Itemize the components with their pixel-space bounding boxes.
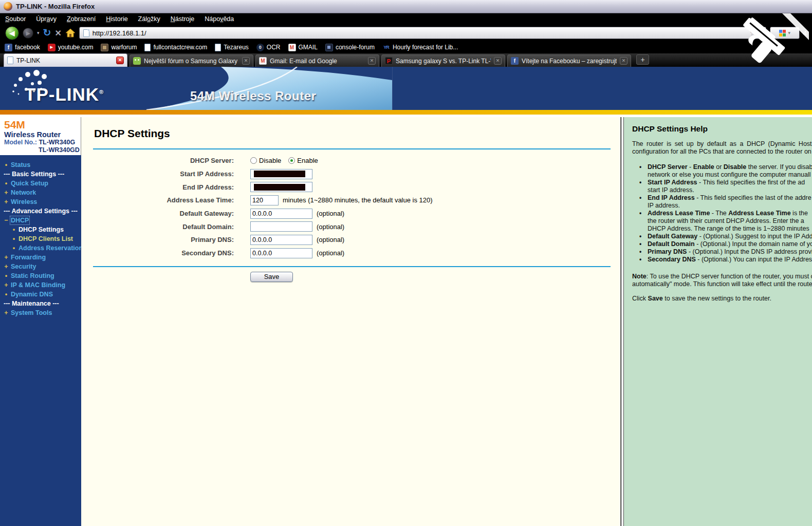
help-bullet-item: •Start IP Address - This field specifies… xyxy=(632,179,812,194)
bookmark-console-forum[interactable]: console-forum xyxy=(325,44,375,51)
reload-button[interactable]: ↻ xyxy=(43,28,51,38)
help-intro-line: configuration for all the PCs that are c… xyxy=(632,148,812,156)
back-button[interactable]: ◀ xyxy=(5,26,19,40)
sidebar-item-network[interactable]: +Network xyxy=(0,188,81,197)
end-ip-address-input[interactable] xyxy=(250,182,312,192)
tab-gmail-e-mail-od-google[interactable]: Gmail: E-mail od Google✕ xyxy=(255,54,379,67)
home-button[interactable] xyxy=(65,28,76,37)
save-button[interactable]: Save xyxy=(250,272,293,282)
menu-historie[interactable]: Historie xyxy=(106,15,127,23)
bookmark-tezareus[interactable]: Tezareus xyxy=(215,44,249,51)
form-control: 0.0.0.0(optional) xyxy=(250,235,344,245)
primary-dns-label: Primary DNS: xyxy=(81,236,234,243)
sidebar-item-marker-icon: + xyxy=(4,263,9,270)
history-dropdown-icon[interactable]: ▾ xyxy=(37,30,40,35)
sidebar-item-address-reservation[interactable]: •Address Reservation xyxy=(0,243,81,253)
close-tab-icon[interactable]: ✕ xyxy=(368,57,376,65)
sidebar-item-basic-settings: --- Basic Settings --- xyxy=(0,170,81,179)
sidebar-item-maintenance: --- Maintenance --- xyxy=(0,299,81,308)
new-tab-button[interactable]: + xyxy=(636,54,649,65)
facebook-icon xyxy=(5,44,12,51)
help-bullet-item: •Default Gateway - (Optional.) Suggest t… xyxy=(632,233,812,240)
help-panel: DHCP Settings Help The router is set up … xyxy=(623,117,812,526)
bookmark-youtube-com[interactable]: youtube.com xyxy=(48,44,94,51)
sidebar-item-dhcp[interactable]: −DHCP xyxy=(0,216,81,225)
help-bullet-list: •DHCP Server - Enable or Disable the ser… xyxy=(632,163,812,264)
menu-nastroje[interactable]: Nástroje xyxy=(171,15,195,23)
help-note-line: Note: To use the DHCP server function of… xyxy=(632,273,812,280)
disable-radio[interactable] xyxy=(250,157,257,164)
sidebar-item-ip-mac-binding[interactable]: +IP & MAC Binding xyxy=(0,280,81,290)
divider-top xyxy=(93,148,611,149)
bookmark-gmail[interactable]: GMAIL xyxy=(288,44,318,51)
sidebar-item-system-tools[interactable]: +System Tools xyxy=(0,308,81,317)
tab-samsung-galaxy-s-vs-tp-link-tl-wr34[interactable]: Samsung galaxy S vs. TP-Link TL-WR34...✕ xyxy=(381,54,505,67)
url-dropdown-icon[interactable]: ▾ xyxy=(760,30,762,35)
menu-soubor[interactable]: Soubor xyxy=(5,15,26,23)
banner-stripe xyxy=(0,110,812,115)
bookmark-label: Tezareus xyxy=(224,44,249,51)
enable-radio[interactable] xyxy=(288,157,295,164)
help-text: - (Optional.) Suggest to input the IP Ad… xyxy=(697,233,812,240)
stop-button[interactable]: ✕ xyxy=(54,28,61,38)
form-control: 0.0.0.0(optional) xyxy=(250,248,344,258)
bookmark-hourly-forecast-for-lib[interactable]: Hourly forecast for Lib... xyxy=(382,44,458,51)
default-gateway-input[interactable]: 0.0.0.0 xyxy=(250,209,312,219)
bookmark-facebook[interactable]: facebook xyxy=(5,44,40,51)
bookmark-fullcontactcrew-com[interactable]: fullcontactcrew.com xyxy=(144,44,207,51)
url-bar[interactable]: http://192.168.1.1/ ☆ ▾ xyxy=(79,27,766,39)
close-tab-icon[interactable]: ✕ xyxy=(494,57,502,65)
bullet-icon: • xyxy=(639,248,641,255)
sidebar-item-forwarding[interactable]: +Forwarding xyxy=(0,253,81,262)
bookmark-ocr[interactable]: OCR xyxy=(256,44,281,51)
close-tab-icon[interactable]: ✕ xyxy=(620,57,628,65)
bookmark-star-icon[interactable]: ☆ xyxy=(750,28,756,37)
menu-zalozky[interactable]: Záložky xyxy=(138,15,160,23)
model-number-2: TL-WR340GD xyxy=(39,146,80,154)
close-tab-icon[interactable]: ✕ xyxy=(242,57,250,65)
help-bullet-item: •DHCP Server - Enable or Disable the ser… xyxy=(632,163,812,179)
sidebar-item-label: Forwarding xyxy=(11,254,46,261)
help-term: Save xyxy=(648,295,663,302)
model-line-2: TL-WR340GD xyxy=(4,146,81,154)
search-engine-dropdown-icon[interactable]: ▾ xyxy=(788,30,791,35)
form-control: 0.0.0.0(optional) xyxy=(250,209,344,219)
start-ip-address-input[interactable] xyxy=(250,169,312,179)
help-note: Note: To use the DHCP server function of… xyxy=(632,273,812,288)
forward-button[interactable]: ▶ xyxy=(23,28,33,39)
close-tab-icon[interactable]: ✕ xyxy=(116,57,124,64)
address-lease-time-hint: minutes (1~2880 minutes, the default val… xyxy=(283,196,433,204)
help-bullet-line: DHCP Server - Enable or Disable the serv… xyxy=(648,163,812,171)
search-box[interactable]: ▾ xyxy=(770,27,800,39)
sidebar-item-dhcp-settings[interactable]: •DHCP Settings xyxy=(0,225,81,234)
window-titlebar[interactable]: TP-LINK - Mozilla Firefox xyxy=(0,0,812,13)
pet-icon xyxy=(385,57,393,65)
bookmark-warforum[interactable]: warforum xyxy=(101,44,137,51)
gmail-icon xyxy=(288,44,296,51)
sidebar-item-label: Network xyxy=(11,189,36,196)
menu-napoveda[interactable]: Nápověda xyxy=(205,15,234,23)
help-term: Disable xyxy=(724,163,746,171)
secondary-dns-input[interactable]: 0.0.0.0 xyxy=(250,248,312,258)
sidebar-item-security[interactable]: +Security xyxy=(0,262,81,271)
sidebar-item-status[interactable]: •Status xyxy=(0,160,81,170)
tab-nejv-t-f-rum-o-samsung-galaxy-s-a-s[interactable]: Největší fórum o Samsung Galaxy S a S...… xyxy=(130,54,253,67)
sidebar-item-quick-setup[interactable]: •Quick Setup xyxy=(0,179,81,188)
sidebar-item-label: --- Basic Settings --- xyxy=(4,171,64,178)
sidebar-item-dhcp-clients-list[interactable]: •DHCP Clients List xyxy=(0,234,81,243)
sidebar-item-wireless[interactable]: +Wireless xyxy=(0,197,81,206)
menu-upravy[interactable]: Úpravy xyxy=(36,15,57,23)
help-term: Start IP Address xyxy=(648,179,697,186)
url-text[interactable]: http://192.168.1.1/ xyxy=(93,29,747,37)
tab-v-tejte-na-facebooku-zaregistrujte-se[interactable]: Vítejte na Facebooku – zaregistrujte se.… xyxy=(507,54,631,67)
sidebar-item-dynamic-dns[interactable]: •Dynamic DNS xyxy=(0,290,81,299)
form-control: 120minutes (1~2880 minutes, the default … xyxy=(250,195,433,205)
form-control xyxy=(250,169,312,179)
tab-tp-link[interactable]: TP-LINK✕ xyxy=(4,53,127,67)
primary-dns-input[interactable]: 0.0.0.0 xyxy=(250,235,312,245)
help-term: Default Domain xyxy=(648,240,695,248)
address-lease-time-input[interactable]: 120 xyxy=(250,195,279,205)
menu-zobrazeni[interactable]: Zobrazení xyxy=(67,15,96,23)
sidebar-item-static-routing[interactable]: •Static Routing xyxy=(0,271,81,280)
default-domain-input[interactable] xyxy=(250,221,312,232)
